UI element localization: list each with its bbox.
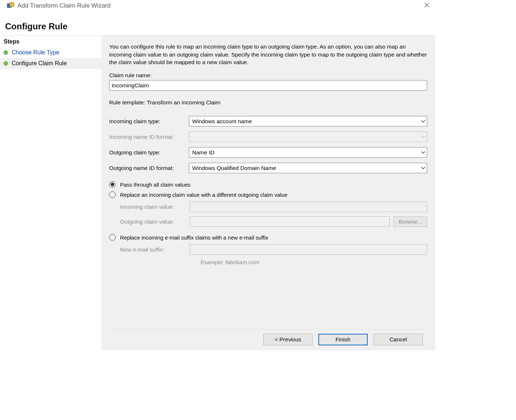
step-done-icon [4,61,8,66]
svg-rect-1 [10,3,14,7]
chevron-down-icon [421,166,425,171]
content-panel: You can configure this rule to map an in… [102,36,435,350]
rule-template-text: Rule template: Transform an Incoming Cla… [109,99,427,106]
description-text: You can configure this rule to map an in… [109,43,427,66]
outgoing-claim-value-label: Outgoing claim value: [120,219,190,225]
radio-icon [109,191,116,198]
incoming-claim-value-input [190,201,427,212]
select-value: Windows Qualified Domain Name [192,165,276,171]
claim-rule-name-label: Claim rule name: [109,72,427,79]
radio-pass-through[interactable]: Pass through all claim values [109,181,427,188]
new-email-suffix-label: New e-mail suffix: [120,246,190,253]
select-value: Name ID [192,149,214,156]
close-icon[interactable] [421,1,432,10]
button-bar: < Previous Finish Cancel [109,329,427,350]
window-title: Add Transform Claim Rule Wizard [17,2,421,9]
radio-replace-value[interactable]: Replace an incoming claim value with a d… [109,191,427,198]
step-choose-rule-type[interactable]: Choose Rule Type [0,47,102,58]
page-title: Configure Rule [0,12,435,35]
outgoing-nameid-format-select[interactable]: Windows Qualified Domain Name [189,163,427,173]
cancel-button[interactable]: Cancel [373,334,423,345]
radio-label: Replace incoming e-mail suffix claims wi… [120,234,268,241]
finish-button[interactable]: Finish [318,334,368,345]
outgoing-claim-type-label: Outgoing claim type: [109,149,189,156]
incoming-claim-type-label: Incoming claim type: [109,118,189,125]
incoming-claim-type-select[interactable]: Windows account name [189,116,427,126]
claim-rule-name-input[interactable] [109,80,427,91]
titlebar: Add Transform Claim Rule Wizard [0,0,435,12]
previous-button[interactable]: < Previous [263,334,313,345]
step-configure-claim-rule[interactable]: Configure Claim Rule [0,58,102,69]
step-done-icon [4,50,8,55]
browse-button: Browse... [393,216,427,227]
outgoing-nameid-format-label: Outgoing name ID format: [109,165,189,171]
incoming-nameid-format-label: Incoming name ID format: [109,134,189,140]
example-text: Example: fabrikam.com [201,259,427,266]
outgoing-claim-type-select[interactable]: Name ID [189,147,427,158]
radio-icon [109,181,116,188]
steps-heading: Steps [0,38,102,47]
chevron-down-icon [421,134,425,140]
radio-label: Pass through all claim values [120,182,190,188]
select-value: Windows account name [192,118,252,125]
step-label: Choose Rule Type [12,49,59,56]
new-email-suffix-input [190,244,427,255]
radio-label: Replace an incoming claim value with a d… [120,192,288,198]
chevron-down-icon [421,119,425,124]
incoming-nameid-format-select [189,132,427,142]
step-label: Configure Claim Rule [12,60,67,67]
radio-icon [109,234,116,241]
incoming-claim-value-label: Incoming claim value: [120,204,190,210]
app-icon [7,2,15,10]
radio-replace-suffix[interactable]: Replace incoming e-mail suffix claims wi… [109,234,427,241]
chevron-down-icon [421,150,425,155]
steps-sidebar: Steps Choose Rule Type Configure Claim R… [0,36,102,350]
outgoing-claim-value-input [190,216,390,227]
